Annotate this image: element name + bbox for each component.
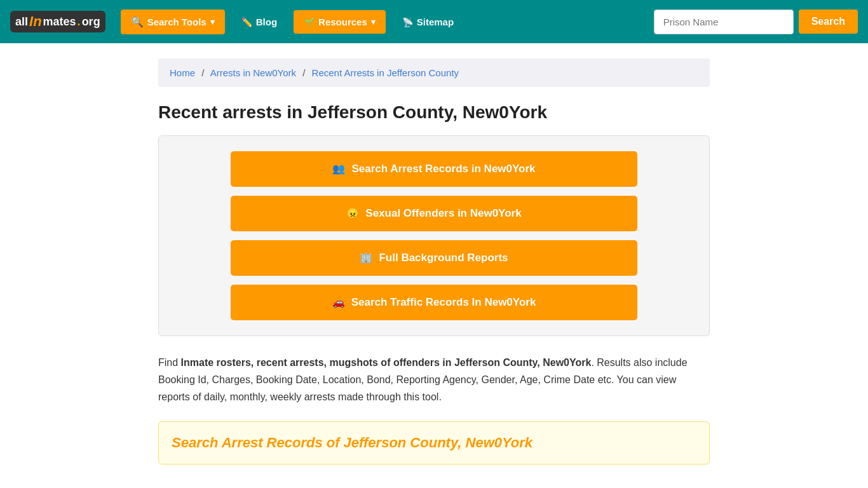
description-intro: Find bbox=[158, 357, 181, 368]
description-bold: Inmate rosters, recent arrests, mugshots… bbox=[181, 357, 592, 368]
sitemap-link[interactable]: Sitemap bbox=[393, 10, 463, 34]
description-text: Find Inmate rosters, recent arrests, mug… bbox=[158, 354, 710, 406]
blog-icon bbox=[241, 17, 252, 27]
page-title: Recent arrests in Jefferson County, New0… bbox=[158, 102, 710, 123]
navbar: all In mates . org Search Tools Blog Res… bbox=[0, 0, 868, 43]
building-icon bbox=[360, 252, 372, 264]
breadcrumb: Home / Arrests in New0York / Recent Arre… bbox=[158, 58, 710, 87]
resources-label: Resources bbox=[318, 17, 367, 27]
traffic-records-label: Search Traffic Records In New0York bbox=[351, 296, 536, 309]
search-tools-button[interactable]: Search Tools bbox=[121, 10, 225, 34]
action-buttons-box: Search Arrest Records in New0York Sexual… bbox=[158, 135, 710, 336]
background-reports-label: Full Background Reports bbox=[379, 252, 508, 264]
navbar-search-label: Search bbox=[811, 16, 845, 27]
car-icon bbox=[332, 296, 345, 309]
site-logo[interactable]: all In mates . org bbox=[10, 11, 105, 32]
logo-text-in: In bbox=[29, 13, 42, 30]
breadcrumb-current: Recent Arrests in Jefferson County bbox=[312, 67, 459, 78]
search-icon bbox=[131, 16, 144, 28]
breadcrumb-sep-2: / bbox=[302, 67, 305, 78]
blog-link[interactable]: Blog bbox=[233, 10, 286, 34]
navbar-search-button[interactable]: Search bbox=[799, 10, 858, 34]
sitemap-label: Sitemap bbox=[417, 17, 454, 27]
resources-icon bbox=[304, 17, 315, 27]
arrest-records-label: Search Arrest Records in New0York bbox=[351, 163, 535, 175]
prison-name-input[interactable] bbox=[654, 10, 794, 34]
main-content: Home / Arrests in New0York / Recent Arre… bbox=[148, 58, 720, 464]
logo-dot: . bbox=[78, 15, 81, 29]
sexual-offenders-label: Sexual Offenders in New0York bbox=[365, 207, 521, 220]
breadcrumb-home[interactable]: Home bbox=[170, 67, 195, 78]
sexual-offenders-button[interactable]: Sexual Offenders in New0York bbox=[231, 196, 637, 231]
breadcrumb-sep-1: / bbox=[201, 67, 204, 78]
logo-text-mates: mates bbox=[43, 15, 76, 29]
blog-label: Blog bbox=[256, 17, 277, 27]
search-records-title: Search Arrest Records of Jefferson Count… bbox=[172, 435, 696, 451]
resources-button[interactable]: Resources bbox=[294, 10, 386, 34]
traffic-records-button[interactable]: Search Traffic Records In New0York bbox=[231, 285, 637, 320]
sitemap-icon bbox=[402, 17, 413, 27]
search-tools-label: Search Tools bbox=[147, 17, 207, 27]
search-records-box: Search Arrest Records of Jefferson Count… bbox=[158, 421, 710, 464]
angry-icon bbox=[346, 207, 359, 220]
background-reports-button[interactable]: Full Background Reports bbox=[231, 240, 637, 276]
breadcrumb-arrests[interactable]: Arrests in New0York bbox=[210, 67, 296, 78]
users-icon bbox=[332, 163, 345, 175]
logo-text-org: org bbox=[82, 15, 100, 29]
navbar-right: Search bbox=[654, 10, 858, 34]
arrest-records-button[interactable]: Search Arrest Records in New0York bbox=[231, 151, 637, 187]
logo-text-all: all bbox=[15, 15, 28, 29]
